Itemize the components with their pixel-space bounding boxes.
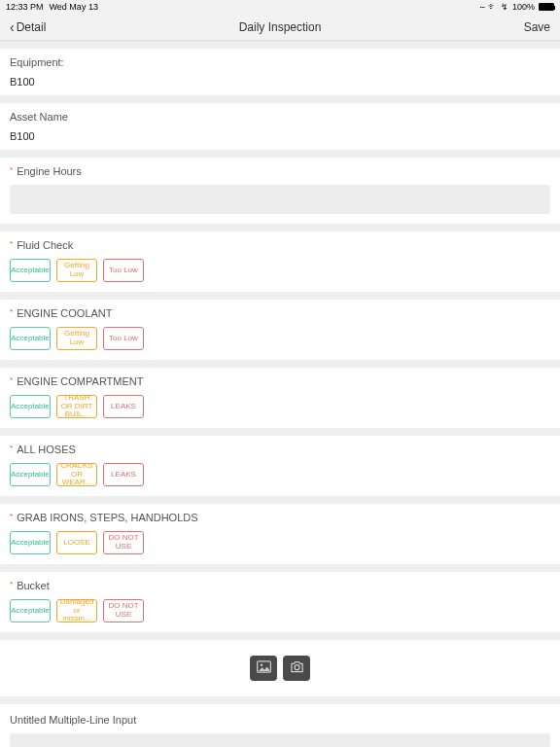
asset-label: Asset Name — [10, 111, 550, 123]
all-hoses-section: * ALL HOSES Acceptable CRACKS OR WEAR...… — [0, 436, 560, 496]
required-icon: * — [10, 376, 13, 384]
engine-compartment-label: ENGINE COMPARTMENT — [17, 375, 143, 387]
media-row — [0, 640, 560, 696]
nav-bar: ‹ Detail Daily Inspection Save — [0, 14, 560, 41]
equipment-label: Equipment: — [10, 56, 550, 68]
required-icon: * — [10, 581, 13, 588]
multiline-section: Untitled Multiple-Line Input — [0, 704, 560, 747]
fluid-getting-low-button[interactable]: Getting Low — [56, 259, 97, 282]
svg-point-2 — [295, 665, 299, 670]
engine-hours-section: * Engine Hours — [0, 158, 560, 224]
back-button[interactable]: ‹ Detail — [10, 20, 46, 34]
fluid-acceptable-button[interactable]: Acceptable — [10, 259, 51, 282]
equipment-value: B100 — [10, 76, 550, 88]
all-hoses-label: ALL HOSES — [17, 444, 76, 455]
required-icon: * — [10, 240, 13, 248]
image-icon — [257, 660, 271, 676]
multiline-input[interactable] — [10, 733, 550, 747]
grab-irons-label: GRAB IRONS, STEPS, HANDHOLDS — [17, 512, 197, 523]
asset-card: Asset Name B100 — [0, 103, 560, 150]
battery-percent: 100% — [512, 2, 535, 12]
grab-acceptable-button[interactable]: Acceptable — [10, 531, 51, 554]
fluid-too-low-button[interactable]: Too Low — [103, 259, 144, 282]
fluid-check-label: Fluid Check — [17, 239, 73, 251]
fluid-check-section: * Fluid Check Acceptable Getting Low Too… — [0, 231, 560, 292]
coolant-acceptable-button[interactable]: Acceptable — [10, 327, 51, 350]
grab-loose-button[interactable]: LOOSE — [56, 531, 97, 554]
gallery-button[interactable] — [250, 656, 277, 681]
svg-point-1 — [260, 663, 262, 666]
camera-icon — [290, 660, 304, 676]
wifi-icon: ⋯ ᯤ — [480, 2, 497, 12]
grab-do-not-use-button[interactable]: DO NOT USE — [103, 531, 144, 554]
grab-irons-section: * GRAB IRONS, STEPS, HANDHOLDS Acceptabl… — [0, 504, 560, 564]
coolant-too-low-button[interactable]: Too Low — [103, 327, 144, 350]
status-date: Wed May 13 — [50, 2, 98, 12]
required-icon: * — [10, 166, 13, 174]
page-title: Daily Inspection — [239, 20, 322, 34]
engine-coolant-section: * ENGINE COOLANT Acceptable Getting Low … — [0, 300, 560, 360]
hoses-acceptable-button[interactable]: Acceptable — [10, 463, 51, 486]
coolant-getting-low-button[interactable]: Getting Low — [56, 327, 97, 350]
bucket-damaged-button[interactable]: Damaged or missin... — [56, 599, 97, 622]
save-button[interactable]: Save — [524, 20, 550, 34]
battery-icon — [539, 3, 554, 11]
engine-hours-label: Engine Hours — [17, 165, 82, 177]
bucket-section: * Bucket Acceptable Damaged or missin...… — [0, 572, 560, 632]
hoses-leaks-button[interactable]: LEAKS — [103, 463, 144, 486]
hoses-cracks-button[interactable]: CRACKS OR WEAR... — [56, 463, 97, 486]
status-time: 12:33 PM — [6, 2, 44, 12]
camera-button[interactable] — [283, 656, 310, 681]
engine-compartment-section: * ENGINE COMPARTMENT Acceptable TRASH OR… — [0, 368, 560, 428]
compartment-trash-button[interactable]: TRASH OR DIRT BUIL... — [56, 395, 97, 418]
compartment-leaks-button[interactable]: LEAKS — [103, 395, 144, 418]
equipment-card: Equipment: B100 — [0, 49, 560, 95]
engine-coolant-label: ENGINE COOLANT — [17, 307, 112, 319]
required-icon: * — [10, 445, 13, 452]
required-icon: * — [10, 513, 13, 520]
asset-value: B100 — [10, 130, 550, 142]
back-label: Detail — [17, 20, 47, 34]
bucket-label: Bucket — [17, 580, 50, 591]
engine-hours-input[interactable] — [10, 185, 550, 214]
bucket-do-not-use-button[interactable]: DO NOT USE — [103, 599, 144, 622]
bucket-acceptable-button[interactable]: Acceptable — [10, 599, 51, 622]
multiline-label: Untitled Multiple-Line Input — [10, 714, 550, 726]
required-icon: * — [10, 308, 13, 316]
status-bar: 12:33 PM Wed May 13 ⋯ ᯤ ↯ 100% — [0, 0, 560, 14]
compartment-acceptable-button[interactable]: Acceptable — [10, 395, 51, 418]
chevron-left-icon: ‹ — [10, 20, 15, 34]
charge-icon: ↯ — [501, 2, 508, 12]
